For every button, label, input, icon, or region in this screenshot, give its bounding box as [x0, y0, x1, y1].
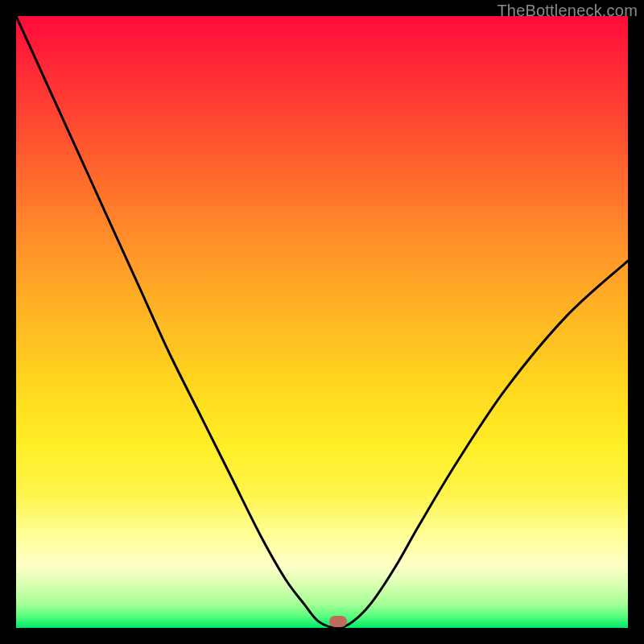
chart-frame: TheBottleneck.com — [0, 0, 644, 644]
chart-plot-area — [16, 16, 628, 628]
chart-line-svg — [16, 16, 628, 628]
optimal-point-marker — [329, 616, 347, 627]
bottleneck-curve — [16, 16, 628, 628]
